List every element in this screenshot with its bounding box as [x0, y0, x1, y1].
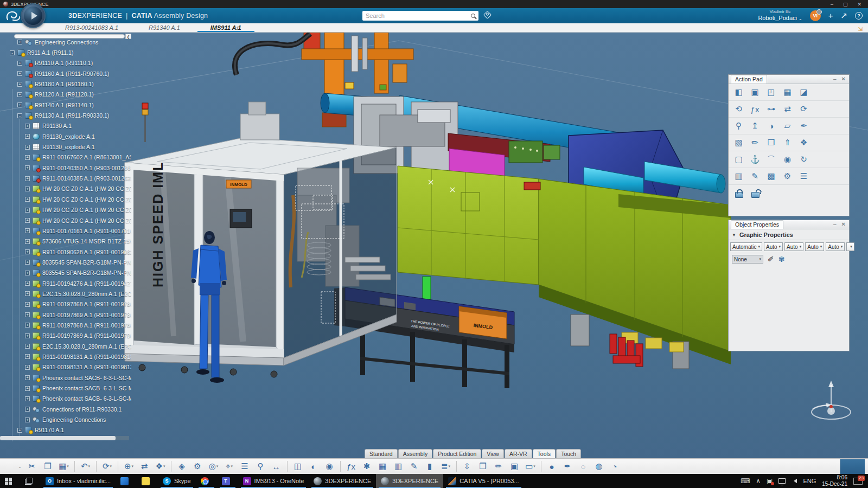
tree-row[interactable]: + R911-00198131 A.1 (R911-00198131.2) — [0, 362, 131, 373]
toolbar-tab[interactable]: Assembly — [398, 449, 433, 458]
tree-node-label[interactable]: R91110 A.1 (R91110.1) — [35, 60, 93, 66]
assembly-cube-icon[interactable]: ▣ — [748, 86, 762, 99]
tree-expand-toggle[interactable]: + — [25, 239, 30, 244]
tree-row[interactable]: + R911-00198131 A.1 (R911-00198131.1) — [0, 351, 131, 362]
tree-node-label[interactable]: R911-00170161 A.1 (R911-00170161.1) — [42, 228, 131, 234]
tree-expand-toggle[interactable]: + — [25, 176, 30, 181]
tree-expand-toggle[interactable]: + — [25, 271, 30, 275]
tree-expand-toggle[interactable]: + — [25, 208, 30, 213]
tree-node-label[interactable]: R911-00167602 A.1 (R8613001_ASM.1) — [42, 154, 131, 160]
sep[interactable] — [287, 461, 288, 472]
maximize-button[interactable]: ▢ — [843, 2, 848, 7]
tree-row[interactable]: + HW 20 CC Z0 C A.1 (HW 20 CC Z0 C.4) — [0, 215, 131, 226]
close-button[interactable]: ✕ — [857, 2, 861, 7]
sep[interactable] — [171, 461, 171, 472]
graphic-property-dropdown[interactable]: Auto▾ — [764, 242, 783, 251]
tree-node-label[interactable]: HW 20 CC Z0 C A.1 (HW 20 CC Z0 C.1) — [42, 185, 131, 192]
sphere-add-icon[interactable]: ◍ — [592, 460, 607, 473]
tree-row[interactable]: + R91110 A.1 (R91110.1) — [0, 58, 131, 68]
skype[interactable]: S Skype — [158, 474, 196, 488]
tree-row[interactable]: + R911-00170161 A.1 (R911-00170161.1) — [0, 226, 131, 236]
tree-expand-toggle[interactable]: + — [25, 165, 30, 170]
tree-node-label[interactable]: Phoenix contact SACB- 6-3-L-SC-M8 A.1 ( — [42, 395, 131, 402]
tree-expand-toggle[interactable]: + — [25, 187, 30, 191]
camera-icon[interactable]: ◉ — [780, 153, 795, 166]
insert-component-icon[interactable]: ⊕▾ — [122, 460, 136, 473]
3d-compass-button[interactable] — [21, 3, 46, 28]
tree-node-label[interactable]: Engineering Connections — [35, 39, 98, 46]
section-cube-icon[interactable]: ◧ — [731, 86, 746, 99]
reorder-icon[interactable]: ⟲ — [731, 102, 746, 115]
clock[interactable]: 8:06 15-Dec-21 — [822, 474, 847, 487]
expand-icon[interactable]: ⇳ — [460, 460, 475, 473]
structure-list-icon[interactable]: ☰ — [238, 460, 252, 473]
tree-node-label[interactable]: R911-00197869 A.1 (R911-00197869.2) — [42, 332, 131, 339]
tree-scrollbar-thumb[interactable] — [0, 436, 116, 440]
minimize-button[interactable]: – — [831, 2, 833, 7]
avatar[interactable]: VI — [810, 10, 821, 21]
new-window-icon[interactable]: ❐ — [476, 460, 490, 473]
tree-node-label[interactable]: 8035545 SPAN-B2R-G18M-PN-PN-L1_AS — [42, 269, 131, 276]
table-gear-icon[interactable]: ▥ — [391, 460, 406, 473]
tree-expand-toggle[interactable]: + — [25, 418, 30, 422]
swap-icon[interactable]: ⇄ — [780, 102, 795, 115]
tree-expand-toggle[interactable]: + — [25, 249, 30, 254]
document-tab[interactable]: R913-00241083 A.1 — [50, 23, 133, 32]
tree-node-label[interactable]: Connections of R911-R90330.1 — [42, 406, 122, 413]
help-icon[interactable]: ? — [855, 12, 863, 20]
tree-node-label[interactable]: R91180 A.1 (R91180.1) — [35, 81, 94, 87]
tree-row[interactable]: + Connections of R911-R90330.1 — [0, 404, 131, 414]
undo-icon[interactable]: ↶▾ — [78, 460, 93, 473]
tree-node-label[interactable]: R911-00198131 A.1 (R911-00198131.2) — [42, 364, 131, 370]
tree-node-label[interactable]: R911-00194276 A.1 (R911-00194276.1) — [42, 280, 131, 287]
lock-open-icon[interactable] — [748, 187, 762, 200]
picker-icon[interactable]: ✒ — [796, 119, 811, 132]
list-panel-icon[interactable]: ☰ — [796, 170, 811, 183]
pencil-icon[interactable]: ✏ — [492, 460, 506, 473]
tree-expand-toggle[interactable]: + — [25, 312, 30, 317]
notification-app-icon[interactable]: ▣ — [767, 478, 773, 484]
tree-row[interactable]: + R911-00167602 A.1 (R8613001_ASM.1) — [0, 152, 131, 163]
sphere-cut-icon[interactable]: ◔ — [608, 460, 622, 473]
tree-expand-toggle[interactable]: + — [25, 145, 30, 150]
structure-flow-icon[interactable]: ⊶ — [764, 102, 778, 115]
tree-expand-toggle[interactable]: + — [25, 386, 30, 391]
tree-expand-toggle[interactable]: + — [25, 365, 30, 370]
tree-row[interactable]: + R911-00140350 A.1 (R903-00126617.1) — [0, 163, 131, 173]
workspace-name[interactable]: Roboti_Podaci — [758, 15, 797, 21]
search-box[interactable] — [362, 11, 478, 21]
tree-expand-toggle[interactable]: + — [25, 260, 30, 265]
action-center-icon[interactable]: 23 — [853, 478, 863, 485]
open-cube-icon[interactable]: ◰ — [764, 86, 778, 99]
tree-node-label[interactable]: R911-00197869 A.1 (R911-00197869.1) — [42, 312, 131, 318]
spray-painter-icon[interactable]: ✾ — [778, 255, 785, 264]
toolbar-tab[interactable]: Tools — [533, 449, 556, 458]
sep[interactable] — [118, 461, 118, 472]
search-icon[interactable] — [471, 14, 475, 18]
tree-node-label[interactable]: Phoenix contact SACB- 6-3-L-SC-M8 A.1 ( — [42, 375, 131, 381]
tree-row[interactable]: + 8035545 SPAN-B2R-G18M-PN-PN-L1_AS — [0, 268, 131, 278]
tree-node-label[interactable]: R91130_explode A.1 — [42, 133, 95, 140]
toolbar-tab[interactable]: AR-VR — [505, 449, 532, 458]
tree-expand-toggle[interactable]: + — [17, 61, 22, 66]
tree-row[interactable]: + R911-00190628 A.1 (R911-00190628.1) — [0, 247, 131, 257]
object-properties-header[interactable]: Object Properties – ✕ — [729, 220, 849, 229]
upload-box-icon[interactable]: ⇑ — [780, 136, 795, 149]
tree-expand-toggle[interactable]: + — [25, 396, 30, 401]
outlook[interactable]: O Inbox - vladimir.ilic... — [41, 474, 116, 488]
tree-row[interactable]: + R911-00197869 A.1 (R911-00197869.2) — [0, 331, 131, 341]
tree-node-label[interactable]: R91130 A.1 (R911-R90330.1) — [35, 112, 109, 119]
tree-node-label[interactable]: HW 20 CC Z0 C A.1 (HW 20 CC Z0 C.3) — [42, 207, 131, 213]
panel-close-button[interactable]: ✕ — [841, 76, 846, 82]
paintbrush-icon[interactable]: ✐ — [768, 255, 774, 264]
network-icon[interactable] — [778, 478, 786, 484]
tree-bottom-scrollbar[interactable] — [0, 436, 129, 440]
tree-node-label[interactable]: R911-00140385 A.1 (R903-00126282) — [42, 175, 131, 182]
section-icon[interactable]: ◫ — [291, 460, 305, 473]
screenshot-icon[interactable]: ◉ — [322, 460, 337, 473]
tree-expand-toggle[interactable]: + — [17, 40, 22, 44]
action-pad-header[interactable]: Action Pad – ✕ — [729, 75, 849, 84]
image-icon[interactable]: ▭▾ — [523, 460, 538, 473]
tree-row[interactable]: + HW 20 CC Z0 C A.1 (HW 20 CC Z0 C.1) — [0, 184, 131, 194]
tree-expand-toggle[interactable]: + — [17, 92, 22, 97]
